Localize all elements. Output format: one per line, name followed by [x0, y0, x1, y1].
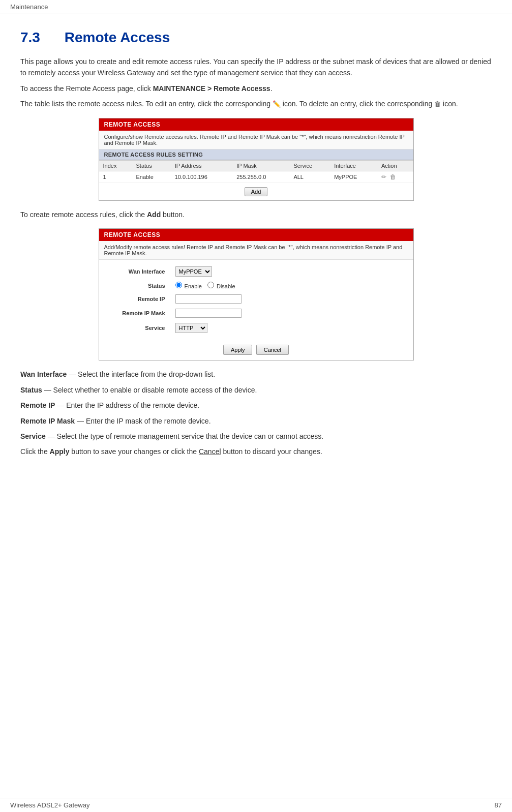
edit-icon[interactable]: ✏: [381, 173, 386, 181]
col-status: Status: [132, 160, 171, 171]
remote-ip-mask-desc: Remote IP Mask — Enter the IP mask of th…: [20, 415, 492, 427]
table-desc-3: icon.: [441, 100, 458, 108]
status-row: Status Enable Disable: [99, 279, 413, 292]
col-interface: Interface: [330, 160, 377, 171]
bottom-bar: Wireless ADSL2+ Gateway 87: [0, 798, 512, 812]
wan-interface-label: Wan Interface: [99, 264, 170, 279]
panel2-desc: Add/Modify remote access rules! Remote I…: [99, 241, 413, 260]
delete-icon[interactable]: 🗑: [390, 173, 396, 181]
status-field: Enable Disable: [170, 279, 413, 292]
remote-ip-mask-row: Remote IP Mask: [99, 306, 413, 320]
panel-remote-access-table: REMOTE ACCESS Configure/show Remote acce…: [99, 118, 414, 201]
status-enable-label: Enable: [185, 283, 202, 289]
remote-ip-mask-label: Remote IP Mask: [99, 306, 170, 320]
panel1-header: REMOTE ACCESS: [99, 118, 413, 131]
wan-interface-select[interactable]: MyPPOE: [175, 266, 212, 277]
last-cancel: Cancel: [199, 447, 221, 456]
add-button[interactable]: Add: [245, 187, 268, 196]
form-button-row: Apply Cancel: [99, 340, 413, 360]
last-text3: button to discard your changes.: [221, 447, 322, 456]
create-text: To create remote access rules, click the: [20, 210, 147, 219]
panel-remote-access-form: REMOTE ACCESS Add/Modify remote access r…: [99, 228, 414, 360]
cell-index: 1: [99, 171, 132, 183]
table-desc-paragraph: The table lists the remote access rules.…: [20, 98, 492, 110]
table-row: 1 Enable 10.0.100.196 255.255.0.0 ALL My…: [99, 171, 413, 183]
intro-text: This page allows you to create and edit …: [20, 57, 491, 77]
form-table: Wan Interface MyPPOE Status Enable Disab…: [99, 264, 413, 336]
section-heading: Remote Access: [65, 29, 170, 45]
access-nav: MAINTENANCE > Remote Accesss: [153, 84, 270, 93]
service-term: Service: [20, 432, 46, 440]
bottom-bar-left: Wireless ADSL2+ Gateway: [10, 801, 89, 809]
create-end: button.: [161, 210, 185, 219]
access-text: To access the Remote Access page, click: [20, 84, 153, 93]
col-ip-address: IP Address: [171, 160, 233, 171]
cell-interface: MyPPOE: [330, 171, 377, 183]
cell-ip-mask: 255.255.0.0: [232, 171, 289, 183]
col-ip-mask: IP Mask: [232, 160, 289, 171]
status-desc: Status — Select whether to enable or dis…: [20, 384, 492, 396]
status-desc-text: — Select whether to enable or disable re…: [44, 386, 257, 394]
remote-ip-mask-input[interactable]: [175, 309, 242, 318]
col-index: Index: [99, 160, 132, 171]
wan-interface-row: Wan Interface MyPPOE: [99, 264, 413, 279]
rules-table: Index Status IP Address IP Mask Service …: [99, 160, 413, 183]
wan-interface-desc: Wan Interface — Select the interface fro…: [20, 369, 492, 380]
main-content: 7.3 Remote Access This page allows you t…: [0, 14, 512, 492]
service-label: Service: [99, 320, 170, 336]
panel1-desc: Configure/show Remote access rules. Remo…: [99, 131, 413, 149]
bottom-bar-right: 87: [495, 801, 502, 809]
remote-ip-desc: Remote IP — Enter the IP address of the …: [20, 400, 492, 411]
service-desc: Service — Select the type of remote mana…: [20, 431, 492, 442]
remote-ip-desc-text: — Enter the IP address of the remote dev…: [57, 401, 199, 409]
col-service: Service: [289, 160, 330, 171]
cell-status: Enable: [132, 171, 171, 183]
status-label: Status: [99, 279, 170, 292]
access-end: .: [270, 84, 273, 93]
cell-service: ALL: [289, 171, 330, 183]
access-paragraph: To access the Remote Access page, click …: [20, 83, 492, 94]
create-add-bold: Add: [147, 210, 161, 219]
remote-ip-term: Remote IP: [20, 401, 55, 409]
add-button-row: Add: [99, 183, 413, 200]
status-disable-radio[interactable]: [207, 282, 214, 288]
service-row: Service HTTP HTTPS ALL Telnet SSH: [99, 320, 413, 336]
service-desc-text: — Select the type of remote management s…: [48, 432, 323, 440]
panel1-section-header: REMOTE ACCESS RULES SETTING: [99, 149, 413, 160]
panel2-header: REMOTE ACCESS: [99, 229, 413, 241]
table-desc-1: The table lists the remote access rules.…: [20, 100, 273, 108]
col-action: Action: [377, 160, 413, 171]
delete-icon-inline: 🗑: [434, 100, 441, 108]
last-text2: button to save your changes or click the: [69, 447, 198, 456]
last-text1: Click the: [20, 447, 50, 456]
cancel-button[interactable]: Cancel: [256, 345, 289, 355]
cell-action[interactable]: ✏ 🗑: [377, 171, 413, 183]
status-enable-radio[interactable]: [175, 282, 182, 288]
service-select[interactable]: HTTP HTTPS ALL Telnet SSH: [175, 323, 207, 333]
remote-ip-mask-field[interactable]: [170, 306, 413, 320]
remote-ip-mask-term: Remote IP Mask: [20, 417, 75, 425]
table-desc-2: icon. To delete an entry, click the corr…: [281, 100, 434, 108]
apply-button[interactable]: Apply: [223, 345, 253, 355]
top-bar: Maintenance: [0, 0, 512, 14]
table-header-row: Index Status IP Address IP Mask Service …: [99, 160, 413, 171]
intro-paragraph: This page allows you to create and edit …: [20, 56, 492, 79]
remote-ip-label: Remote IP: [99, 292, 170, 306]
section-title: 7.3 Remote Access: [20, 29, 492, 46]
status-disable-label: Disable: [217, 283, 235, 289]
remote-ip-input[interactable]: [175, 294, 242, 304]
remote-ip-row: Remote IP: [99, 292, 413, 306]
section-number: 7.3: [20, 29, 40, 45]
remote-ip-mask-desc-text: — Enter the IP mask of the remote device…: [77, 417, 211, 425]
remote-ip-field[interactable]: [170, 292, 413, 306]
status-term: Status: [20, 386, 42, 394]
wan-interface-desc-text: — Select the interface from the drop-dow…: [69, 370, 215, 378]
cell-ip-address: 10.0.100.196: [171, 171, 233, 183]
edit-icon-inline: ✏️: [273, 100, 281, 108]
wan-interface-field[interactable]: MyPPOE: [170, 264, 413, 279]
service-field[interactable]: HTTP HTTPS ALL Telnet SSH: [170, 320, 413, 336]
last-paragraph: Click the Apply button to save your chan…: [20, 446, 492, 457]
top-bar-label: Maintenance: [10, 3, 48, 11]
wan-interface-term: Wan Interface: [20, 370, 67, 378]
last-apply: Apply: [50, 447, 70, 456]
